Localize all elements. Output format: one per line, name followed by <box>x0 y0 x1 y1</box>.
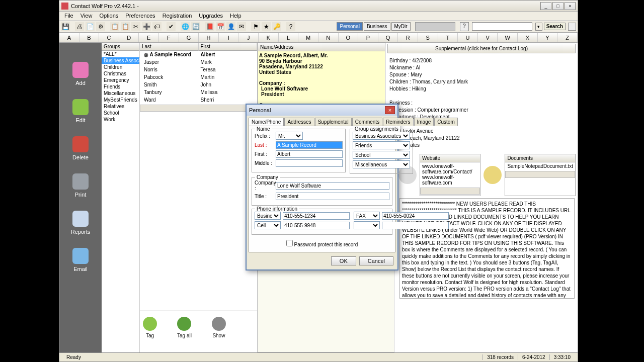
alpha-tab-Q[interactable]: Q <box>378 33 398 42</box>
search-input[interactable] <box>472 22 532 31</box>
group-item[interactable]: MyBestFriends <box>102 97 139 103</box>
save-icon[interactable]: 💾 <box>61 22 70 31</box>
menu-upgrades[interactable]: Upgrades <box>195 12 226 20</box>
group-item[interactable]: Work <box>102 116 139 123</box>
dialog-titlebar[interactable]: Personal × <box>247 105 397 116</box>
title-input[interactable] <box>276 193 389 200</box>
help-button[interactable]: ? <box>460 22 469 31</box>
menu-options[interactable]: Options <box>96 12 122 20</box>
key-icon[interactable]: 🔑 <box>272 22 281 31</box>
tool-tag-all[interactable]: Tag all <box>177 317 192 338</box>
paste-icon[interactable]: 📋 <box>121 22 130 31</box>
print-icon[interactable]: 🖨 <box>75 22 84 31</box>
alpha-tab-T[interactable]: T <box>438 33 458 42</box>
group-assign-select[interactable]: Business Associates <box>353 132 410 140</box>
group-item[interactable]: Emergency <box>102 77 139 83</box>
side-email[interactable]: Email <box>72 244 89 276</box>
group-assign-select[interactable]: School <box>353 151 410 159</box>
website-scrollbar[interactable] <box>420 188 480 195</box>
menu-registration[interactable]: Registration <box>159 12 196 20</box>
company-input[interactable] <box>276 182 389 190</box>
phone-type-select[interactable] <box>354 221 380 229</box>
tool-tag[interactable]: Tag <box>143 317 157 338</box>
person-icon[interactable]: 👤 <box>226 22 235 31</box>
contact-row[interactable]: WardSherri <box>140 96 257 104</box>
phone-number-input[interactable] <box>382 212 449 220</box>
close-button[interactable]: × <box>565 2 576 10</box>
last-input[interactable] <box>276 141 343 149</box>
side-print[interactable]: Print <box>72 169 89 202</box>
password-checkbox[interactable] <box>286 240 293 246</box>
alpha-tab-M[interactable]: M <box>298 33 318 42</box>
tag-icon[interactable]: 🏷 <box>152 22 162 31</box>
contacts-scrollbar[interactable] <box>140 105 257 112</box>
alpha-tab-C[interactable]: C <box>99 33 119 42</box>
col-last-header[interactable]: Last <box>140 43 199 51</box>
dialog-tab-supplemental[interactable]: Supplemental <box>315 118 352 126</box>
alpha-tab-V[interactable]: V <box>478 33 498 42</box>
alpha-tab-F[interactable]: F <box>159 33 179 42</box>
group-item[interactable]: *ALL* <box>102 51 139 57</box>
mail-icon[interactable]: ✉ <box>237 22 246 31</box>
cut-icon[interactable]: ✂ <box>131 22 140 31</box>
search-dropdown[interactable]: ▾ <box>535 23 542 31</box>
dialog-tab-comments[interactable]: Comments <box>352 118 382 126</box>
mode-mydir[interactable]: MyDir <box>391 22 411 31</box>
alpha-tab-X[interactable]: X <box>518 33 538 42</box>
star-icon[interactable]: ★ <box>262 22 271 31</box>
prefix-select[interactable]: Mr. <box>276 132 303 140</box>
side-reports[interactable]: Reports <box>71 207 91 239</box>
cancel-button[interactable]: Cancel <box>359 256 393 265</box>
phone-number-input[interactable] <box>283 212 350 220</box>
dialog-tab-namephone[interactable]: Name/Phone <box>249 118 284 126</box>
contact-row[interactable]: PabcockMartin <box>140 73 257 81</box>
alpha-tab-H[interactable]: H <box>199 33 219 42</box>
group-item[interactable]: Friends <box>102 83 139 90</box>
copy-icon[interactable]: 📋 <box>110 22 119 31</box>
phone-type-select[interactable]: Business <box>255 212 281 220</box>
contact-row[interactable]: SmithJohn <box>140 81 257 88</box>
group-item[interactable]: Business Associates <box>102 57 139 64</box>
help-icon[interactable]: ? <box>286 22 295 31</box>
group-assign-select[interactable]: Friends <box>353 141 410 149</box>
side-edit[interactable]: Edit <box>72 95 89 127</box>
phone-type-select[interactable]: Cell <box>255 221 281 229</box>
check-icon[interactable]: ✔ <box>167 22 176 31</box>
alpha-tab-I[interactable]: I <box>219 33 239 42</box>
dialog-tab-image[interactable]: Image <box>414 118 434 126</box>
website-body[interactable]: www.lonewolf-software.com/Contact/ www.l… <box>420 162 480 187</box>
alpha-tab-G[interactable]: G <box>179 33 199 42</box>
refresh-icon[interactable]: 🔄 <box>191 22 200 31</box>
phone-number-input[interactable] <box>382 222 449 229</box>
documents-body[interactable]: SampleNotepadDocument.txt <box>505 162 575 170</box>
alpha-tab-W[interactable]: W <box>498 33 518 42</box>
ok-button[interactable]: OK <box>331 256 356 265</box>
minimize-button[interactable]: _ <box>540 2 551 10</box>
print-setup-icon[interactable]: ⚙ <box>96 22 105 31</box>
alpha-tab-Z[interactable]: Z <box>557 33 578 42</box>
middle-input[interactable] <box>276 159 343 167</box>
search-button[interactable]: Search <box>544 23 566 30</box>
group-item[interactable]: Christmas <box>102 70 139 77</box>
globe-icon[interactable]: 🌐 <box>181 22 190 31</box>
contact-row[interactable]: TanburyMelissa <box>140 88 257 96</box>
flag-icon[interactable]: ⚑ <box>251 22 260 31</box>
documents-scrollbar[interactable] <box>505 171 575 178</box>
phone-number-input[interactable] <box>283 222 350 229</box>
menu-file[interactable]: File <box>61 12 77 20</box>
contact-row[interactable]: JasperMark <box>140 58 257 66</box>
mode-personal[interactable]: Personal <box>337 22 362 31</box>
alpha-tab-K[interactable]: K <box>259 33 279 42</box>
first-input[interactable] <box>276 150 343 158</box>
alpha-tab-Y[interactable]: Y <box>538 33 558 42</box>
side-delete[interactable]: Delete <box>72 132 89 164</box>
side-add[interactable]: Add <box>72 58 89 90</box>
dialog-close-button[interactable]: × <box>385 106 395 114</box>
dialog-tab-addresses[interactable]: Addresses <box>284 118 314 126</box>
alpha-tab-B[interactable]: B <box>79 33 100 42</box>
group-item[interactable]: Miscellaneous <box>102 90 139 97</box>
dialog-tab-reminders[interactable]: Reminders <box>383 118 413 126</box>
group-item[interactable]: Relatives <box>102 103 139 110</box>
menu-help[interactable]: Help <box>226 12 245 20</box>
add-icon[interactable]: ➕ <box>142 22 151 31</box>
